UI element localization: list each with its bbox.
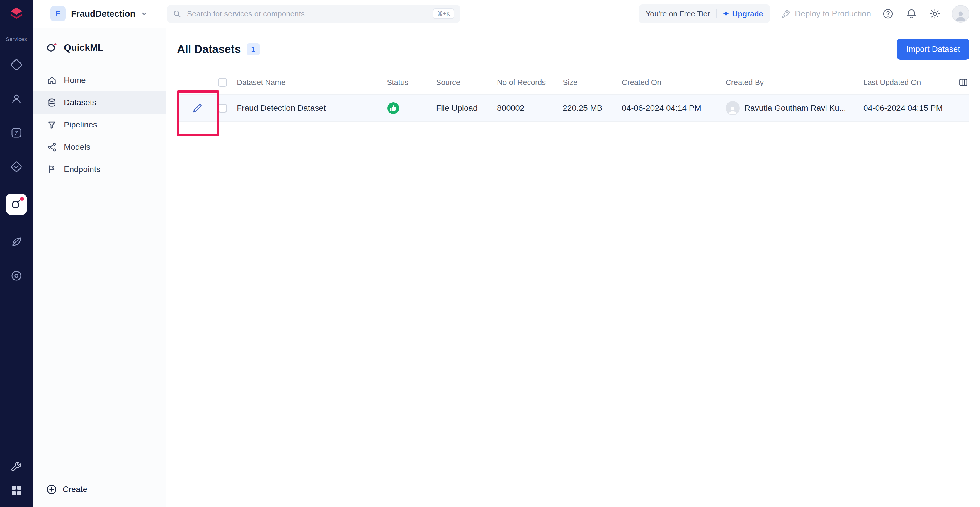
home-icon bbox=[47, 75, 57, 85]
quickml-logo-icon bbox=[46, 41, 59, 54]
rail-functions-icon[interactable] bbox=[10, 58, 24, 72]
main-content: All Datasets 1 Import Dataset Dataset Na… bbox=[167, 28, 980, 507]
sidebar-item-models[interactable]: Models bbox=[33, 136, 166, 158]
notifications-button[interactable] bbox=[905, 7, 918, 20]
page-header: All Datasets 1 Import Dataset bbox=[177, 37, 969, 62]
column-header-dataset-name: Dataset Name bbox=[237, 78, 383, 87]
last-updated-cell: 04-06-2024 04:15 PM bbox=[863, 103, 948, 113]
bell-icon bbox=[906, 8, 917, 19]
upgrade-button[interactable]: Upgrade bbox=[722, 10, 763, 19]
sidebar-footer: Create bbox=[33, 474, 166, 507]
thumbs-up-status-icon bbox=[387, 102, 400, 114]
global-search[interactable]: ⌘+K bbox=[167, 5, 460, 23]
table-row[interactable]: Fraud Detection Dataset File Upload 8000… bbox=[177, 95, 969, 122]
topbar-right: You're on Free Tier Upgrade Deploy to Pr… bbox=[639, 4, 980, 24]
project-avatar: F bbox=[50, 6, 66, 21]
created-on-cell: 04-06-2024 04:14 PM bbox=[622, 103, 725, 113]
caret-down-icon bbox=[141, 10, 148, 17]
sidebar-item-datasets[interactable]: Datasets bbox=[33, 91, 166, 114]
quickml-header: QuickML bbox=[33, 28, 166, 54]
source-cell: File Upload bbox=[436, 103, 497, 113]
settings-button[interactable] bbox=[928, 7, 941, 20]
deploy-label: Deploy to Production bbox=[795, 9, 871, 19]
create-label: Create bbox=[63, 485, 88, 494]
column-header-last-updated: Last Updated On bbox=[863, 78, 948, 87]
datasets-table: Dataset Name Status Source No of Records… bbox=[177, 70, 969, 122]
status-cell bbox=[383, 102, 436, 114]
catalyst-logo-icon[interactable] bbox=[8, 6, 25, 25]
column-header-records: No of Records bbox=[497, 78, 563, 87]
sidebar-item-endpoints[interactable]: Endpoints bbox=[33, 158, 166, 181]
sidebar-item-home[interactable]: Home bbox=[33, 69, 166, 91]
help-button[interactable] bbox=[881, 7, 894, 20]
column-header-size: Size bbox=[563, 78, 622, 87]
rail-icon-stack: Z bbox=[6, 58, 27, 283]
pipelines-icon bbox=[47, 120, 57, 130]
app-grid-icon[interactable] bbox=[10, 483, 24, 497]
column-header-source: Source bbox=[436, 78, 497, 87]
sidebar-item-label: Datasets bbox=[64, 98, 96, 107]
column-settings-cell bbox=[948, 77, 969, 87]
user-avatar[interactable] bbox=[952, 5, 969, 22]
import-dataset-button[interactable]: Import Dataset bbox=[897, 39, 969, 60]
search-input[interactable] bbox=[186, 9, 428, 19]
search-shortcut-badge: ⌘+K bbox=[433, 8, 454, 19]
select-all-cell bbox=[218, 78, 237, 87]
column-header-created-on: Created On bbox=[622, 78, 725, 87]
service-rail: Services Z bbox=[0, 0, 33, 507]
sidebar-item-pipelines[interactable]: Pipelines bbox=[33, 114, 166, 136]
rail-deploy-icon[interactable] bbox=[10, 160, 24, 174]
topbar: F FraudDetection ⌘+K You're on Free Tier… bbox=[33, 0, 980, 28]
create-plus-icon bbox=[46, 483, 57, 495]
rail-target-icon[interactable] bbox=[10, 269, 24, 283]
rail-quickml-icon-active[interactable] bbox=[6, 194, 27, 215]
project-selector[interactable]: F FraudDetection bbox=[33, 6, 167, 21]
gear-icon bbox=[929, 8, 940, 19]
created-by-name: Ravutla Goutham Ravi Ku... bbox=[745, 103, 846, 113]
size-cell: 220.25 MB bbox=[563, 103, 622, 113]
table-header-row: Dataset Name Status Source No of Records… bbox=[177, 70, 969, 95]
body-row: QuickML Home Datasets Pipelines bbox=[33, 28, 980, 507]
create-button[interactable]: Create bbox=[46, 483, 166, 495]
right-column: F FraudDetection ⌘+K You're on Free Tier… bbox=[33, 0, 980, 507]
project-name: FraudDetection bbox=[71, 9, 135, 19]
records-cell: 800002 bbox=[497, 103, 563, 113]
endpoints-icon bbox=[47, 164, 57, 174]
row-checkbox[interactable] bbox=[218, 104, 227, 113]
rocket-icon bbox=[781, 9, 791, 19]
wrench-icon[interactable] bbox=[10, 460, 24, 474]
sidebar-nav: Home Datasets Pipelines Models bbox=[33, 69, 166, 181]
created-by-cell: Ravutla Goutham Ravi Ku... bbox=[725, 101, 863, 115]
datasets-icon bbox=[47, 98, 57, 108]
svg-text:Z: Z bbox=[15, 130, 18, 136]
models-icon bbox=[47, 142, 57, 152]
rail-users-icon[interactable] bbox=[10, 92, 24, 106]
edit-pencil-icon[interactable] bbox=[192, 103, 203, 114]
notification-dot bbox=[20, 197, 24, 201]
rail-leaf-icon[interactable] bbox=[10, 235, 24, 249]
rail-bottom-icons bbox=[10, 460, 24, 497]
column-settings-icon[interactable] bbox=[958, 77, 968, 87]
app-root: Services Z bbox=[0, 0, 980, 507]
upgrade-label: Upgrade bbox=[732, 10, 763, 19]
deploy-to-production-button[interactable]: Deploy to Production bbox=[781, 9, 871, 19]
sidebar-item-label: Home bbox=[64, 76, 86, 85]
column-header-created-by: Created By bbox=[725, 78, 863, 87]
quickml-title: QuickML bbox=[64, 42, 103, 53]
sidebar-item-label: Pipelines bbox=[64, 120, 97, 130]
dataset-count-badge: 1 bbox=[247, 43, 260, 55]
sparkle-icon bbox=[722, 10, 729, 17]
help-icon bbox=[882, 8, 894, 19]
dataset-name-cell[interactable]: Fraud Detection Dataset bbox=[237, 103, 383, 113]
rail-zia-icon[interactable]: Z bbox=[10, 126, 24, 140]
column-header-status: Status bbox=[383, 78, 436, 87]
select-all-checkbox[interactable] bbox=[218, 78, 227, 87]
tier-pill: You're on Free Tier Upgrade bbox=[639, 4, 770, 24]
row-select-cell bbox=[218, 104, 237, 113]
tier-divider bbox=[716, 9, 716, 19]
edit-cell bbox=[177, 103, 218, 114]
sidebar-item-label: Models bbox=[64, 142, 90, 152]
services-label: Services bbox=[6, 37, 27, 43]
row-avatar-icon bbox=[727, 105, 738, 115]
row-avatar bbox=[725, 101, 740, 115]
